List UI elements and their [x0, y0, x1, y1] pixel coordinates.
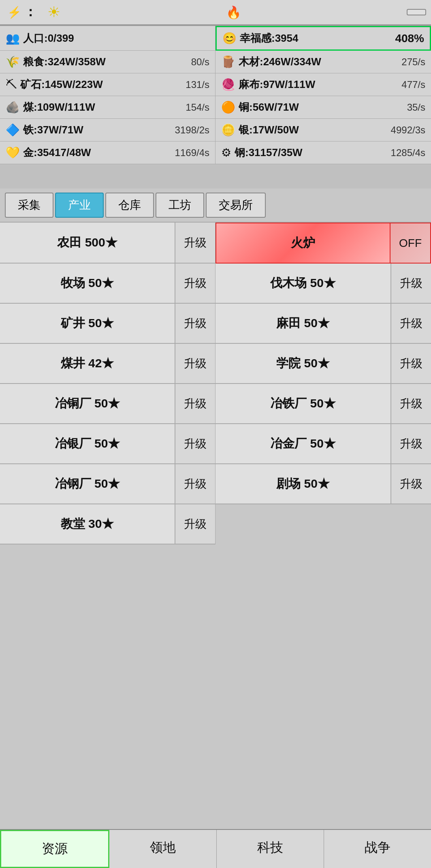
building-action[interactable]: 升级 [175, 304, 215, 343]
resource-rate-wood: 275/s [401, 56, 425, 68]
resource-rate-coal: 154/s [186, 102, 209, 113]
resource-rate-copper: 35/s [407, 102, 425, 113]
resource-name-population: 人口:0/399 [23, 31, 74, 45]
building-action[interactable]: 升级 [390, 424, 431, 463]
fire-icon: 🔥 [226, 6, 241, 19]
tab-产业[interactable]: 产业 [55, 193, 104, 218]
building-name: 教堂 30★ [0, 504, 175, 544]
resource-cell-wood: 🪵木材:246W/334W275/s [216, 51, 431, 73]
bottom-nav-btn-战争[interactable]: 战争 [324, 830, 431, 868]
tab-工坊[interactable]: 工坊 [156, 193, 204, 218]
resource-cell-copper: 🟠铜:56W/71W35/s [216, 96, 431, 119]
resource-icon-wood: 🪵 [221, 55, 235, 69]
bottom-nav: 资源领地科技战争 [0, 829, 431, 868]
building-name: 剧场 50★ [216, 464, 390, 504]
building-name: 煤井 42★ [0, 344, 175, 383]
resource-rate-ore: 131/s [186, 79, 209, 90]
building-action[interactable]: 升级 [390, 344, 431, 383]
nav-tabs: 采集产业仓库工坊交易所 [0, 189, 431, 222]
resource-icon-iron: 🔷 [6, 123, 20, 137]
building-row-7-0: 教堂 30★升级 [0, 504, 216, 544]
building-name: 火炉 [216, 223, 390, 263]
resource-icon-food: 🌾 [6, 55, 20, 69]
building-action[interactable]: 升级 [390, 384, 431, 423]
settings-button[interactable] [407, 9, 426, 15]
resource-cell-food: 🌾粮食:324W/358W80/s [0, 51, 216, 73]
building-name: 冶金厂 50★ [216, 424, 390, 463]
stamina-colon: ： [24, 3, 37, 21]
resource-grid: 👥人口:0/399😊幸福感:3954408%🌾粮食:324W/358W80/s🪵… [0, 25, 431, 164]
building-row-0-1: 火炉OFF [216, 223, 431, 264]
bottom-nav-btn-领地[interactable]: 领地 [109, 830, 217, 868]
building-action[interactable]: 升级 [175, 504, 215, 544]
building-action[interactable]: 升级 [390, 304, 431, 343]
resource-cell-steel: ⚙钢:31157/35W1285/4s [216, 141, 431, 164]
resource-cell-ore: ⛏矿石:145W/223W131/s [0, 73, 216, 96]
building-name: 冶铜厂 50★ [0, 384, 175, 423]
resource-rate-cloth: 477/s [401, 79, 425, 90]
resource-name-coal: 煤:109W/111W [23, 100, 95, 114]
building-row-2-0: 矿井 50★升级 [0, 304, 216, 344]
resource-rate-gold: 1169/4s [175, 147, 209, 159]
resource-name-iron: 铁:37W/71W [23, 123, 83, 137]
resource-icon-silver: 🪙 [221, 123, 235, 137]
resource-cell-iron: 🔷铁:37W/71W3198/2s [0, 119, 216, 141]
resource-icon-happiness: 😊 [222, 32, 237, 45]
resource-name-ore: 矿石:145W/223W [20, 77, 103, 92]
building-name: 麻田 50★ [216, 304, 390, 343]
top-bar: ⚡ ： ☀ 🔥 [0, 0, 431, 25]
stamina-box: ⚡ ： [5, 3, 39, 21]
building-name: 伐木场 50★ [216, 264, 390, 303]
bolt-icon: ⚡ [7, 6, 21, 19]
resource-icon-gold: 💛 [6, 146, 20, 159]
building-row-1-1: 伐木场 50★升级 [216, 264, 431, 304]
building-name: 冶铁厂 50★ [216, 384, 390, 423]
building-row-5-1: 冶金厂 50★升级 [216, 424, 431, 464]
building-name: 学院 50★ [216, 344, 390, 383]
building-row-4-1: 冶铁厂 50★升级 [216, 384, 431, 424]
building-action[interactable]: 升级 [390, 264, 431, 303]
resource-rate-food: 80/s [191, 56, 209, 68]
resource-name-cloth: 麻布:97W/111W [239, 77, 315, 92]
building-action[interactable]: 升级 [390, 464, 431, 504]
resource-icon-copper: 🟠 [221, 101, 235, 114]
resource-icon-coal: 🪨 [6, 101, 20, 114]
building-action[interactable]: 升级 [175, 424, 215, 463]
building-action[interactable]: OFF [390, 223, 430, 263]
building-action[interactable]: 升级 [175, 344, 215, 383]
resource-rate-iron: 3198/2s [175, 124, 209, 136]
resource-name-silver: 银:17W/50W [239, 123, 299, 137]
tab-采集[interactable]: 采集 [5, 193, 53, 218]
resource-rate-steel: 1285/4s [391, 147, 425, 159]
building-name: 矿井 50★ [0, 304, 175, 343]
building-row-1-0: 牧场 50★升级 [0, 264, 216, 304]
building-action[interactable]: 升级 [175, 384, 215, 423]
resource-name-gold: 金:35417/48W [23, 146, 91, 160]
sun-icon: ☀ [47, 4, 60, 21]
bottom-nav-btn-资源[interactable]: 资源 [0, 830, 109, 868]
building-action[interactable]: 升级 [175, 223, 215, 263]
building-name: 牧场 50★ [0, 264, 175, 303]
building-row-4-0: 冶铜厂 50★升级 [0, 384, 216, 424]
resource-cell-cloth: 🧶麻布:97W/111W477/s [216, 73, 431, 96]
buildings-grid: 农田 500★升级火炉OFF牧场 50★升级伐木场 50★升级矿井 50★升级麻… [0, 222, 431, 544]
building-row-0-0: 农田 500★升级 [0, 223, 216, 264]
resource-rate-happiness: 408% [395, 32, 424, 45]
building-action[interactable]: 升级 [175, 264, 215, 303]
building-row-6-1: 剧场 50★升级 [216, 464, 431, 504]
tab-交易所[interactable]: 交易所 [206, 193, 266, 218]
season-box: 🔥 [65, 5, 402, 19]
building-row-3-1: 学院 50★升级 [216, 344, 431, 384]
resource-icon-steel: ⚙ [221, 146, 231, 159]
building-row-6-0: 冶钢厂 50★升级 [0, 464, 216, 504]
resource-name-happiness: 幸福感:3954 [240, 31, 299, 45]
building-row-2-1: 麻田 50★升级 [216, 304, 431, 344]
tab-仓库[interactable]: 仓库 [105, 193, 154, 218]
resource-cell-happiness: 😊幸福感:3954408% [216, 26, 431, 51]
resource-name-wood: 木材:246W/334W [239, 55, 321, 69]
building-row-5-0: 冶银厂 50★升级 [0, 424, 216, 464]
resource-rate-silver: 4992/3s [391, 124, 425, 136]
bottom-nav-btn-科技[interactable]: 科技 [217, 830, 324, 868]
resource-name-food: 粮食:324W/358W [23, 55, 106, 69]
building-action[interactable]: 升级 [175, 464, 215, 504]
